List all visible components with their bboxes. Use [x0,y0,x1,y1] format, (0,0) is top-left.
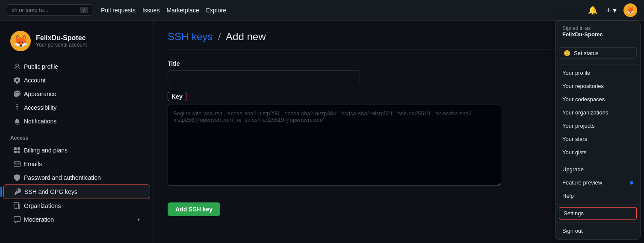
sidebar-item-billing[interactable]: Billing and plans [3,143,150,157]
dropdown-item-profile[interactable]: Your profile [555,66,640,79]
smiley-icon: 🙂 [564,50,570,56]
sidebar-avatar: 🦊 [10,31,31,51]
dropdown-label-projects: Your projects [562,123,594,129]
dropdown-label-help: Help [562,193,574,199]
sidebar-user-info: FelixDu-Spotec Your personal account [36,34,87,48]
avatar[interactable]: 🦊 [623,3,637,17]
dropdown-profile-section: Your profile Your repositories Your code… [555,64,640,161]
dropdown-label-upgrade: Upgrade [562,166,584,173]
dropdown-label-codespaces: Your codespaces [562,96,605,102]
sidebar-label-account: Account [24,77,46,84]
topnav-right: 🔔 + ▾ 🦊 [586,3,637,17]
dropdown-signout-section: Sign out [555,223,640,239]
sidebar-item-organizations[interactable]: Organizations [3,199,150,213]
paint-icon [14,91,21,97]
sidebar-subtitle: Your personal account [36,42,87,48]
dropdown-item-stars[interactable]: Your stars [555,132,640,146]
key-label: Key [168,92,186,101]
dropdown-item-codespaces[interactable]: Your codespaces [555,93,640,106]
sidebar-item-moderation[interactable]: Moderation ▾ [3,213,150,226]
accessibility-icon [14,104,21,111]
dropdown-item-organizations[interactable]: Your organizations [555,106,640,119]
search-shortcut: / [80,7,88,13]
search-placeholder: ch or jump to... [12,7,48,13]
gear-icon [14,77,21,84]
dropdown-item-repositories[interactable]: Your repositories [555,79,640,93]
title-input[interactable] [168,70,360,83]
dropdown-upgrade-section: Upgrade Feature preview Help [555,161,640,205]
sidebar-label-moderation: Moderation [24,216,54,223]
sidebar-user: 🦊 FelixDu-Spotec Your personal account [0,31,154,60]
dropdown-item-upgrade[interactable]: Upgrade [555,163,640,176]
sidebar-item-password[interactable]: Password and authentication [3,171,150,184]
sidebar-item-notifications[interactable]: Notifications [3,114,150,128]
access-section-label: Access [0,128,154,143]
sidebar-label-organizations: Organizations [24,202,61,209]
main-layout: 🦊 FelixDu-Spotec Your personal account P… [0,20,644,243]
active-indicator [0,187,2,197]
nav-pull-requests[interactable]: Pull requests [101,7,136,14]
chevron-down-icon: ▾ [137,217,140,223]
dropdown-item-help[interactable]: Help [555,189,640,202]
sidebar-item-emails[interactable]: Emails [3,157,150,171]
sidebar-item-public-profile[interactable]: Public profile [3,60,150,73]
sidebar-label-password: Password and authentication [24,174,101,181]
dropdown-label-feature-preview: Feature preview [562,179,602,186]
dropdown-label-signout: Sign out [562,228,583,234]
breadcrumb-current: Add new [226,31,266,42]
topnav-links: Pull requests Issues Marketplace Explore [101,7,226,14]
sidebar-item-account[interactable]: Account [3,73,150,87]
sidebar-label-public-profile: Public profile [24,63,58,70]
dropdown-label-organizations: Your organizations [562,109,608,116]
key-textarea[interactable] [168,105,501,186]
dropdown-label-gists: Your gists [562,149,587,155]
dropdown-label-repositories: Your repositories [562,83,604,89]
dropdown-item-feature-preview[interactable]: Feature preview [555,176,640,189]
feature-preview-dot [630,181,633,184]
dropdown-item-gists[interactable]: Your gists [555,146,640,159]
user-dropdown-menu: Signed in as FelixDu-Spotec 🙂 Set status… [555,20,641,240]
sidebar-label-accessibility: Accessibility [24,104,56,111]
set-status-button[interactable]: 🙂 Set status [559,47,637,59]
sidebar: 🦊 FelixDu-Spotec Your personal account P… [0,20,154,243]
org-icon [14,202,21,209]
nav-marketplace[interactable]: Marketplace [166,7,199,14]
sidebar-item-ssh[interactable]: SSH and GPG keys [3,184,150,199]
add-ssh-key-button[interactable]: Add SSH key [168,202,220,216]
sidebar-label-appearance: Appearance [24,91,56,97]
signed-in-as-label: Signed in as [562,25,633,31]
dropdown-label-profile: Your profile [562,70,590,76]
sidebar-label-emails: Emails [24,161,42,167]
dropdown-item-projects[interactable]: Your projects [555,119,640,132]
sidebar-label-ssh: SSH and GPG keys [24,188,77,195]
moderation-icon [14,216,21,223]
breadcrumb-link[interactable]: SSH keys [168,31,213,42]
nav-explore[interactable]: Explore [206,7,226,14]
person-icon [14,63,21,70]
dropdown-item-settings[interactable]: Settings [559,207,637,220]
sidebar-label-billing: Billing and plans [24,147,68,154]
topnav: ch or jump to... / Pull requests Issues … [0,0,644,20]
dropdown-item-signout[interactable]: Sign out [555,224,640,237]
dropdown-set-status-section: 🙂 Set status [555,42,640,64]
dropdown-settings-section: Settings [555,205,640,223]
shield-icon [14,174,21,181]
plus-icon[interactable]: + ▾ [604,4,618,17]
mail-icon [14,161,21,167]
grid-icon [14,147,21,154]
sidebar-label-notifications: Notifications [24,118,56,125]
sidebar-username: FelixDu-Spotec [36,34,87,42]
sidebar-item-accessibility[interactable]: Accessibility [3,101,150,114]
notifications-icon[interactable]: 🔔 [586,4,599,17]
dropdown-header: Signed in as FelixDu-Spotec [555,21,640,42]
nav-issues[interactable]: Issues [142,7,160,14]
breadcrumb-separator: / [218,31,221,42]
sidebar-item-appearance[interactable]: Appearance [3,87,150,101]
key-icon [14,188,21,195]
bell-icon [14,118,21,125]
dropdown-label-settings: Settings [564,210,584,217]
dropdown-username: FelixDu-Spotec [562,31,633,38]
dropdown-label-stars: Your stars [562,136,587,142]
search-bar[interactable]: ch or jump to... / [7,4,92,16]
set-status-label: Set status [574,50,599,56]
